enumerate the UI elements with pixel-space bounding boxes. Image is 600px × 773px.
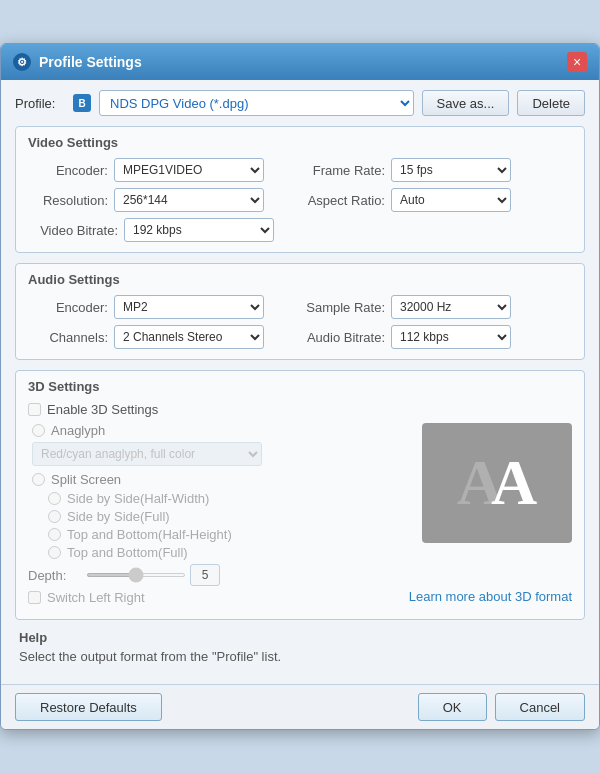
depth-row: Depth:: [28, 564, 412, 586]
aspectratio-label: Aspect Ratio:: [305, 193, 385, 208]
audio-settings-grid: Encoder: MP2 Sample Rate: 32000 Hz Chann…: [28, 295, 572, 349]
help-title: Help: [19, 630, 581, 645]
videobitrate-label: Video Bitrate:: [28, 223, 118, 238]
restore-defaults-button[interactable]: Restore Defaults: [15, 693, 162, 721]
framerate-label: Frame Rate:: [305, 163, 385, 178]
preview-letter-right: A: [491, 446, 537, 520]
title-bar-left: ⚙ Profile Settings: [13, 53, 142, 71]
side-half-radio[interactable]: [48, 492, 61, 505]
dialog-content: Profile: B NDS DPG Video (*.dpg) Save as…: [1, 80, 599, 684]
samplerate-label: Sample Rate:: [305, 300, 385, 315]
aspectratio-row: Aspect Ratio: Auto: [305, 188, 572, 212]
enable-3d-row: Enable 3D Settings: [28, 402, 572, 417]
profile-label: Profile:: [15, 96, 65, 111]
app-icon: ⚙: [13, 53, 31, 71]
splitscreen-label: Split Screen: [51, 472, 121, 487]
threed-preview: A A: [422, 423, 572, 543]
cancel-button[interactable]: Cancel: [495, 693, 585, 721]
audiobitrate-label: Audio Bitrate:: [305, 330, 385, 345]
depth-slider[interactable]: [86, 573, 186, 577]
side-half-label: Side by Side(Half-Width): [67, 491, 209, 506]
ok-button[interactable]: OK: [418, 693, 487, 721]
resolution-label: Resolution:: [28, 193, 108, 208]
samplerate-select[interactable]: 32000 Hz: [391, 295, 511, 319]
anaglyph-select-row: Red/cyan anaglyph, full color: [28, 442, 412, 466]
audio-encoder-label: Encoder:: [28, 300, 108, 315]
depth-value-input[interactable]: [190, 564, 220, 586]
channels-row: Channels: 2 Channels Stereo: [28, 325, 295, 349]
audio-encoder-select[interactable]: MP2: [114, 295, 264, 319]
enable-3d-label: Enable 3D Settings: [47, 402, 158, 417]
top-full-label: Top and Bottom(Full): [67, 545, 188, 560]
threed-layout: Anaglyph Red/cyan anaglyph, full color S…: [28, 423, 572, 605]
audiobitrate-row: Audio Bitrate: 112 kbps: [305, 325, 572, 349]
anaglyph-radio-row: Anaglyph: [28, 423, 412, 438]
footer-right-buttons: OK Cancel: [418, 693, 585, 721]
close-button[interactable]: ×: [567, 52, 587, 72]
profile-row: Profile: B NDS DPG Video (*.dpg) Save as…: [15, 90, 585, 116]
enable-3d-checkbox[interactable]: [28, 403, 41, 416]
preview-letters: A A: [457, 446, 537, 520]
switch-lr-checkbox[interactable]: [28, 591, 41, 604]
delete-button[interactable]: Delete: [517, 90, 585, 116]
top-full-row: Top and Bottom(Full): [28, 545, 412, 560]
anaglyph-label: Anaglyph: [51, 423, 105, 438]
resolution-select[interactable]: 256*144: [114, 188, 264, 212]
channels-select[interactable]: 2 Channels Stereo: [114, 325, 264, 349]
side-full-radio[interactable]: [48, 510, 61, 523]
resolution-row: Resolution: 256*144: [28, 188, 295, 212]
side-half-row: Side by Side(Half-Width): [28, 491, 412, 506]
encoder-row: Encoder: MPEG1VIDEO: [28, 158, 295, 182]
threed-settings-section: 3D Settings Enable 3D Settings Anaglyph …: [15, 370, 585, 620]
dialog-title: Profile Settings: [39, 54, 142, 70]
threed-options: Anaglyph Red/cyan anaglyph, full color S…: [28, 423, 412, 605]
help-text: Select the output format from the "Profi…: [19, 649, 581, 664]
top-full-radio[interactable]: [48, 546, 61, 559]
top-half-radio[interactable]: [48, 528, 61, 541]
samplerate-row: Sample Rate: 32000 Hz: [305, 295, 572, 319]
anaglyph-select[interactable]: Red/cyan anaglyph, full color: [32, 442, 262, 466]
depth-label: Depth:: [28, 568, 78, 583]
audio-settings-title: Audio Settings: [28, 272, 572, 287]
top-half-label: Top and Bottom(Half-Height): [67, 527, 232, 542]
aspectratio-select[interactable]: Auto: [391, 188, 511, 212]
framerate-select[interactable]: 15 fps: [391, 158, 511, 182]
profile-select[interactable]: NDS DPG Video (*.dpg): [99, 90, 414, 116]
video-settings-section: Video Settings Encoder: MPEG1VIDEO Frame…: [15, 126, 585, 253]
depth-slider-container: [86, 564, 220, 586]
side-full-label: Side by Side(Full): [67, 509, 170, 524]
profile-format-icon: B: [73, 94, 91, 112]
anaglyph-radio[interactable]: [32, 424, 45, 437]
video-bitrate-row: Video Bitrate: 192 kbps: [28, 218, 572, 242]
save-as-button[interactable]: Save as...: [422, 90, 510, 116]
encoder-label: Encoder:: [28, 163, 108, 178]
help-section: Help Select the output format from the "…: [15, 630, 585, 664]
title-bar: ⚙ Profile Settings ×: [1, 44, 599, 80]
videobitrate-select[interactable]: 192 kbps: [124, 218, 274, 242]
audio-encoder-row: Encoder: MP2: [28, 295, 295, 319]
splitscreen-radio[interactable]: [32, 473, 45, 486]
threed-settings-title: 3D Settings: [28, 379, 572, 394]
video-settings-grid: Encoder: MPEG1VIDEO Frame Rate: 15 fps R…: [28, 158, 572, 212]
dialog-footer: Restore Defaults OK Cancel: [1, 684, 599, 729]
video-settings-title: Video Settings: [28, 135, 572, 150]
splitscreen-radio-row: Split Screen: [28, 472, 412, 487]
top-half-row: Top and Bottom(Half-Height): [28, 527, 412, 542]
framerate-row: Frame Rate: 15 fps: [305, 158, 572, 182]
profile-settings-dialog: ⚙ Profile Settings × Profile: B NDS DPG …: [0, 43, 600, 730]
channels-label: Channels:: [28, 330, 108, 345]
switch-lr-label: Switch Left Right: [47, 590, 145, 605]
encoder-select[interactable]: MPEG1VIDEO: [114, 158, 264, 182]
audiobitrate-select[interactable]: 112 kbps: [391, 325, 511, 349]
side-full-row: Side by Side(Full): [28, 509, 412, 524]
learn-more-link[interactable]: Learn more about 3D format: [409, 589, 572, 604]
audio-settings-section: Audio Settings Encoder: MP2 Sample Rate:…: [15, 263, 585, 360]
switch-row: Switch Left Right: [28, 590, 412, 605]
